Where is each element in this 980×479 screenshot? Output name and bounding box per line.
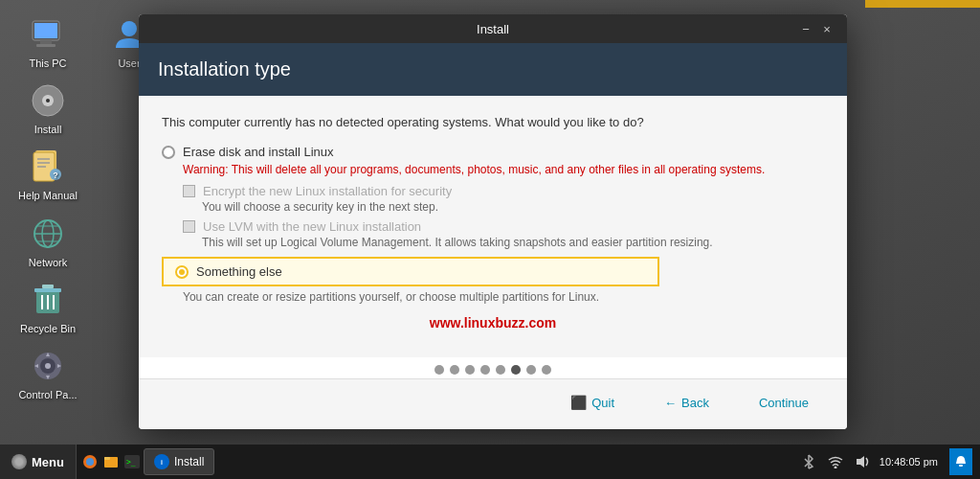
- desktop-icon-this-pc[interactable]: This PC: [10, 10, 86, 76]
- this-pc-icon: [29, 15, 67, 54]
- start-menu-button[interactable]: Menu: [0, 445, 77, 479]
- something-else-box[interactable]: Something else: [162, 257, 659, 286]
- network-icon: [29, 215, 67, 253]
- desktop-icon-help-manual[interactable]: ? Help Manual: [10, 142, 86, 208]
- help-manual-icon: ?: [29, 148, 67, 186]
- lvm-checkbox[interactable]: [183, 220, 195, 233]
- option-something-else: Something else You can create or resize …: [162, 257, 824, 304]
- dialog-footer: ⬛ Quit ← Back Continue: [139, 378, 847, 429]
- something-else-label: Something else: [196, 264, 282, 279]
- lvm-option[interactable]: Use LVM with the new Linux installation: [183, 219, 824, 234]
- svg-text:i: i: [161, 459, 163, 466]
- desktop-icon-install[interactable]: Install: [10, 76, 86, 142]
- help-manual-label: Help Manual: [18, 190, 78, 202]
- taskbar-terminal[interactable]: >_: [122, 452, 142, 471]
- install-app-label: Install: [174, 455, 204, 468]
- minimize-button[interactable]: −: [797, 20, 814, 37]
- svg-rect-40: [959, 465, 963, 467]
- svg-point-30: [86, 458, 94, 466]
- recycle-bin-label: Recycle Bin: [20, 323, 76, 335]
- install-taskbar-app[interactable]: i Install: [144, 448, 214, 475]
- page-dot-1: [434, 365, 444, 375]
- svg-rect-2: [40, 40, 52, 44]
- svg-text:?: ?: [53, 171, 58, 180]
- back-label: Back: [681, 396, 709, 410]
- question-text: This computer currently has no detected …: [162, 115, 824, 129]
- erase-disk-label: Erase disk and install Linux: [183, 145, 334, 159]
- install-app-icon: i: [154, 454, 169, 469]
- svg-rect-21: [42, 285, 54, 288]
- taskbar-volume-tray[interactable]: [853, 452, 872, 471]
- quit-button[interactable]: ⬛ Quit: [551, 389, 634, 416]
- taskbar-network-tray[interactable]: [826, 452, 845, 471]
- svg-marker-39: [857, 456, 864, 468]
- dialog-pagination: [139, 357, 847, 378]
- desktop: This PC Install: [0, 0, 980, 479]
- recycle-bin-icon: [29, 281, 67, 319]
- taskbar-firefox[interactable]: [80, 452, 100, 471]
- start-menu-icon: [11, 454, 27, 469]
- back-button[interactable]: ← Back: [645, 390, 728, 416]
- taskbar-files[interactable]: [101, 452, 121, 471]
- control-panel-icon: [29, 347, 67, 385]
- back-arrow-icon: ←: [664, 396, 677, 410]
- something-else-radio[interactable]: [175, 265, 189, 279]
- page-dot-7: [526, 365, 536, 375]
- page-dot-5: [496, 365, 505, 375]
- lvm-label: Use LVM with the new Linux installation: [203, 219, 421, 234]
- dialog-header-title: Installation type: [158, 58, 828, 80]
- svg-rect-20: [34, 288, 61, 292]
- close-button[interactable]: ×: [818, 20, 835, 37]
- control-panel-label: Control Pa...: [18, 389, 77, 401]
- svg-rect-1: [34, 23, 57, 38]
- install-label: Install: [34, 124, 62, 136]
- taskbar-apps: >_ i Install: [77, 445, 218, 479]
- erase-disk-radio[interactable]: [162, 146, 175, 159]
- desktop-icon-recycle-bin[interactable]: Recycle Bin: [10, 275, 86, 341]
- user-label: User: [118, 57, 140, 70]
- continue-label: Continue: [759, 396, 809, 410]
- svg-rect-3: [36, 44, 56, 47]
- install-icon: [29, 81, 67, 120]
- quit-icon: ⬛: [570, 395, 587, 410]
- desktop-icons: This PC Install: [10, 10, 86, 407]
- page-dot-4: [480, 365, 490, 375]
- svg-point-6: [46, 99, 50, 103]
- something-else-desc: You can create or resize partitions your…: [162, 290, 824, 304]
- start-menu-label: Menu: [32, 455, 64, 469]
- encrypt-option[interactable]: Encrypt the new Linux installation for s…: [183, 184, 824, 198]
- lvm-desc: This will set up Logical Volume Manageme…: [183, 236, 824, 249]
- this-pc-label: This PC: [29, 57, 66, 70]
- svg-point-28: [122, 21, 137, 36]
- top-accent-bar: [865, 0, 980, 8]
- network-label: Network: [29, 257, 67, 269]
- svg-rect-32: [104, 457, 110, 460]
- dialog-titlebar: Install − ×: [139, 14, 847, 43]
- erase-disk-row[interactable]: Erase disk and install Linux: [162, 145, 824, 159]
- continue-button[interactable]: Continue: [740, 390, 828, 416]
- desktop-icon-control-panel[interactable]: Control Pa...: [10, 341, 86, 407]
- page-dot-3: [465, 365, 475, 375]
- encrypt-checkbox[interactable]: [183, 185, 195, 197]
- quit-label: Quit: [591, 396, 614, 410]
- svg-text:>_: >_: [126, 458, 136, 467]
- taskbar-right: 10:48:05 pm: [791, 448, 980, 475]
- erase-disk-warning: Warning: This will delete all your progr…: [162, 163, 824, 176]
- page-dot-6: [511, 365, 521, 375]
- install-dialog: Install − × Installation type This compu…: [139, 14, 847, 429]
- taskbar-time: 10:48:05 pm: [880, 455, 938, 468]
- encrypt-label: Encrypt the new Linux installation for s…: [203, 184, 452, 198]
- dialog-body: This computer currently has no detected …: [139, 96, 847, 357]
- watermark: www.linuxbuzz.com: [162, 315, 824, 331]
- dialog-title: Install: [189, 22, 797, 36]
- dialog-controls: − ×: [797, 20, 835, 37]
- dialog-header: Installation type: [139, 43, 847, 96]
- page-dot-8: [542, 365, 551, 375]
- desktop-icon-network[interactable]: Network: [10, 209, 86, 275]
- option-erase-disk: Erase disk and install Linux Warning: Th…: [162, 145, 824, 249]
- notifications-button[interactable]: [949, 448, 972, 475]
- svg-point-27: [45, 363, 51, 369]
- taskbar-bluetooth[interactable]: [799, 452, 818, 471]
- taskbar: Menu >_: [0, 445, 980, 479]
- page-dot-2: [450, 365, 459, 375]
